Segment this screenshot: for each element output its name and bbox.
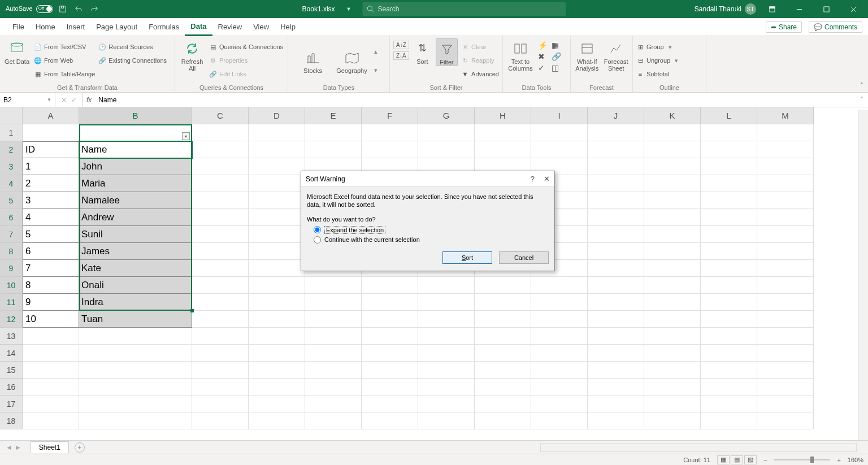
cell-K10[interactable] (644, 277, 701, 294)
cell-J3[interactable] (588, 158, 644, 175)
zoom-slider[interactable] (774, 459, 830, 460)
cell-D5[interactable] (249, 192, 305, 209)
cell-G13[interactable] (418, 328, 475, 345)
cell-A9[interactable]: 7 (23, 260, 79, 277)
maximize-icon[interactable] (815, 1, 837, 17)
expand-selection-radio[interactable]: Expand the selection (314, 226, 549, 234)
group-button[interactable]: ⊞Group▾ (636, 41, 678, 53)
cell-I16[interactable] (531, 379, 588, 396)
zoom-out-icon[interactable]: − (763, 457, 767, 463)
cell-H10[interactable] (475, 277, 531, 294)
cell-I15[interactable] (531, 362, 588, 379)
tab-home[interactable]: Home (30, 18, 61, 36)
cell-J16[interactable] (588, 379, 644, 396)
cell-M18[interactable] (757, 412, 814, 429)
cell-K16[interactable] (644, 379, 701, 396)
cell-K8[interactable] (644, 243, 701, 260)
cell-L13[interactable] (701, 328, 757, 345)
col-header-I[interactable]: I (531, 107, 588, 124)
cell-M1[interactable] (757, 124, 814, 141)
cell-B17[interactable] (79, 396, 192, 412)
cell-C14[interactable] (192, 345, 249, 362)
tab-file[interactable]: File (7, 18, 30, 36)
cell-H2[interactable] (475, 141, 531, 158)
cell-B8[interactable]: James (79, 243, 192, 260)
cell-M12[interactable] (757, 311, 814, 328)
cell-B7[interactable]: Sunil (79, 226, 192, 243)
cell-F17[interactable] (362, 396, 418, 412)
cell-M13[interactable] (757, 328, 814, 345)
cell-J7[interactable] (588, 226, 644, 243)
cell-D17[interactable] (249, 396, 305, 412)
cell-F12[interactable] (362, 311, 418, 328)
cell-F16[interactable] (362, 379, 418, 396)
cell-D7[interactable] (249, 226, 305, 243)
cell-B11[interactable]: Indra (79, 294, 192, 311)
tab-data[interactable]: Data (185, 18, 212, 36)
cell-F14[interactable] (362, 345, 418, 362)
row-header-12[interactable]: 12 (0, 311, 23, 328)
cell-A5[interactable]: 3 (23, 192, 79, 209)
row-header-5[interactable]: 5 (0, 192, 23, 209)
cell-A8[interactable]: 6 (23, 243, 79, 260)
cell-C17[interactable] (192, 396, 249, 412)
cell-D4[interactable] (249, 175, 305, 192)
cell-D2[interactable] (249, 141, 305, 158)
cell-G15[interactable] (418, 362, 475, 379)
cell-A17[interactable] (23, 396, 79, 412)
cell-L3[interactable] (701, 158, 757, 175)
sheet-tab-sheet1[interactable]: Sheet1 (31, 441, 69, 453)
cell-J12[interactable] (588, 311, 644, 328)
row-header-8[interactable]: 8 (0, 243, 23, 260)
cancel-button[interactable]: Cancel (499, 251, 549, 264)
text-to-columns-button[interactable]: Text to Columns (506, 38, 535, 72)
cell-B13[interactable] (79, 328, 192, 345)
cell-C10[interactable] (192, 277, 249, 294)
sheet-nav-next-icon[interactable]: ► (15, 444, 21, 451)
cell-I17[interactable] (531, 396, 588, 412)
col-header-J[interactable]: J (588, 107, 644, 124)
formula-expand-icon[interactable]: ˅ (856, 96, 868, 104)
cell-E10[interactable] (305, 277, 362, 294)
cell-D14[interactable] (249, 345, 305, 362)
user-account[interactable]: Sandali Tharuki ST (695, 3, 756, 15)
cell-M6[interactable] (757, 209, 814, 226)
cell-E11[interactable] (305, 294, 362, 311)
cell-D11[interactable] (249, 294, 305, 311)
cell-B6[interactable]: Andrew (79, 209, 192, 226)
cell-E12[interactable] (305, 311, 362, 328)
cell-D8[interactable] (249, 243, 305, 260)
cell-M14[interactable] (757, 345, 814, 362)
cell-C6[interactable] (192, 209, 249, 226)
cancel-formula-icon[interactable]: ✕ (61, 96, 67, 104)
cell-I11[interactable] (531, 294, 588, 311)
cell-H15[interactable] (475, 362, 531, 379)
cell-G14[interactable] (418, 345, 475, 362)
cell-C8[interactable] (192, 243, 249, 260)
cell-E1[interactable] (305, 124, 362, 141)
cell-G18[interactable] (418, 412, 475, 429)
share-button[interactable]: ➦Share (766, 21, 802, 33)
cell-F1[interactable] (362, 124, 418, 141)
cell-J18[interactable] (588, 412, 644, 429)
continue-radio-input[interactable] (314, 236, 321, 244)
enter-formula-icon[interactable]: ✓ (71, 96, 77, 104)
cell-L15[interactable] (701, 362, 757, 379)
cell-C3[interactable] (192, 158, 249, 175)
cell-H14[interactable] (475, 345, 531, 362)
cell-J11[interactable] (588, 294, 644, 311)
cell-M4[interactable] (757, 175, 814, 192)
save-icon[interactable] (57, 3, 69, 15)
cell-C15[interactable] (192, 362, 249, 379)
whatif-button[interactable]: What-If Analysis (574, 38, 600, 72)
relationships-icon[interactable]: 🔗 (552, 52, 563, 61)
cell-C16[interactable] (192, 379, 249, 396)
cell-G1[interactable] (418, 124, 475, 141)
col-header-E[interactable]: E (305, 107, 362, 124)
cell-M17[interactable] (757, 396, 814, 412)
add-sheet-icon[interactable]: + (75, 442, 85, 453)
cell-L8[interactable] (701, 243, 757, 260)
cell-L6[interactable] (701, 209, 757, 226)
continue-selection-radio[interactable]: Continue with the current selection (314, 236, 549, 244)
cell-L10[interactable] (701, 277, 757, 294)
